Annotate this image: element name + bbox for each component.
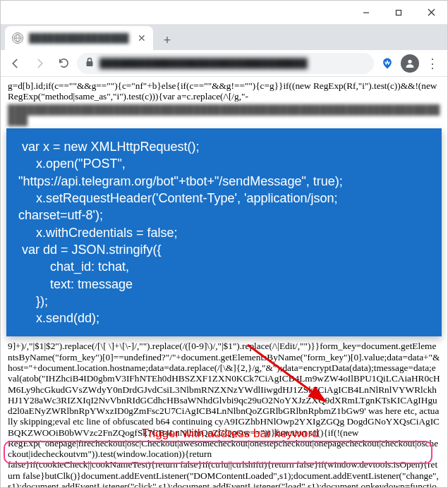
profile-avatar[interactable] <box>401 54 419 73</box>
window-close-button[interactable] <box>415 1 447 24</box>
tab-title: ████████████████ <box>29 33 132 43</box>
svg-point-8 <box>408 59 411 63</box>
highlighted-code-block: var x = new XMLHttpRequest(); x.open("PO… <box>6 128 442 336</box>
window-maximize-button[interactable] <box>382 1 415 24</box>
extension-icon[interactable] <box>377 53 398 74</box>
tab-close-button[interactable]: ✕ <box>138 32 146 44</box>
code-snippet-middle: 9]+)/,"|$1|$2").replace(/[\[ \]+\[\-]/,"… <box>8 341 440 438</box>
url-text: ████████████████████████████████ <box>99 58 365 68</box>
window-titlebar <box>1 1 447 25</box>
new-tab-button[interactable]: + <box>157 30 177 50</box>
globe-icon <box>12 32 23 44</box>
browser-window: ████████████████ ✕ + ███████████████████… <box>0 0 448 488</box>
browser-toolbar: ████████████████████████████████ ⋮ <box>1 50 447 77</box>
browser-tab[interactable]: ████████████████ ✕ <box>5 26 153 50</box>
svg-rect-7 <box>87 61 93 66</box>
address-bar[interactable]: ████████████████████████████████ <box>77 53 374 74</box>
menu-button[interactable]: ⋮ <box>422 56 443 71</box>
code-snippet-regexp: RegExp("onepage|firecheckout|osc|Checkou… <box>8 438 440 460</box>
code-snippet-bottom: false}if(cookieCheck||cookNameTest){retu… <box>8 459 440 487</box>
tab-strip: ████████████████ ✕ + <box>1 25 447 50</box>
reload-button[interactable] <box>53 53 74 74</box>
window-minimize-button[interactable] <box>350 1 382 24</box>
blurred-code-line: ████████████████████████████████████████… <box>8 104 440 126</box>
forward-button[interactable] <box>29 53 50 74</box>
lock-icon <box>85 57 94 69</box>
code-snippet-top: g=d[b].id;if(c==""&&g==""){c="nf"+b}else… <box>8 80 440 102</box>
svg-rect-1 <box>396 10 401 15</box>
back-button[interactable] <box>5 53 26 74</box>
page-content: g=d[b].id;if(c==""&&g==""){c="nf"+b}else… <box>1 77 447 487</box>
